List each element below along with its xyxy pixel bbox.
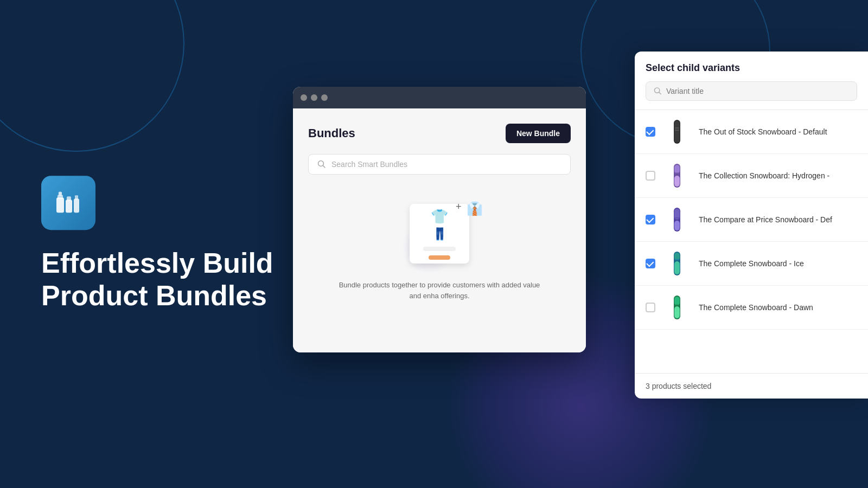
svg-rect-14 [675,127,679,129]
browser-titlebar [293,87,586,108]
variant-checkbox-1[interactable] [646,127,655,137]
variant-checkbox-4[interactable] [646,259,655,268]
svg-rect-17 [674,165,680,174]
bundles-page-title: Bundles [308,126,355,140]
variant-image-1 [663,118,691,146]
bg-decoration-circle-1 [0,0,184,152]
left-content-area: Effortlessly Build Product Bundles [41,176,312,312]
svg-rect-5 [74,198,79,213]
svg-rect-27 [675,259,679,260]
ill-plus-icon: + [456,201,462,213]
ill-shirt-icon: 👕 [431,208,448,225]
variant-item: The Collection Snowboard: Hydrogen - [635,154,868,198]
variant-checkbox-3[interactable] [646,215,655,224]
variants-panel-title: Select child variants [646,62,857,74]
svg-rect-6 [75,195,78,200]
svg-rect-15 [675,130,679,131]
ill-blue-shirt-icon: 👔 [467,201,483,216]
variant-checkbox-5[interactable] [646,303,655,312]
svg-rect-23 [675,217,679,219]
snowboard-image-3 [663,206,691,234]
variants-list: The Out of Stock Snowboard - Default The… [635,110,868,373]
ill-bar-1 [423,247,456,251]
svg-rect-29 [674,297,680,305]
svg-rect-31 [675,304,679,305]
svg-point-7 [59,191,62,195]
variants-search-bar[interactable] [646,81,857,101]
bundles-search-placeholder: Search Smart Bundles [331,160,407,169]
browser-window: Bundles New Bundle Search Smart Bundles … [293,87,586,352]
snowboard-image-5 [663,293,691,322]
variant-name-3: The Compare at Price Snowboard - Def [699,215,832,224]
variant-name-1: The Out of Stock Snowboard - Default [699,127,827,136]
variant-item: The Complete Snowboard - Dawn [635,286,868,330]
variant-name-5: The Complete Snowboard - Dawn [699,303,813,312]
svg-rect-13 [674,121,680,143]
variant-image-3 [663,206,691,234]
variant-name-2: The Collection Snowboard: Hydrogen - [699,171,829,180]
variants-footer: 3 products selected [635,373,868,399]
svg-rect-19 [675,172,679,174]
selected-count: 3 products selected [646,382,711,390]
variant-checkbox-2[interactable] [646,171,655,181]
svg-rect-22 [674,221,680,230]
variant-item: The Compare at Price Snowboard - Def [635,198,868,242]
browser-dot-yellow [311,94,317,101]
snowboard-image-2 [663,162,691,190]
new-bundle-button[interactable]: New Bundle [506,124,571,143]
svg-line-11 [659,92,661,94]
variants-search-icon [654,87,662,95]
variant-name-4: The Complete Snowboard - Ice [699,259,804,268]
svg-rect-26 [674,261,680,274]
svg-rect-4 [67,196,71,201]
snowboard-image-1 [663,118,691,146]
variants-panel-header: Select child variants [635,52,868,110]
ill-product-card: 👕 👖 [410,204,469,264]
variant-image-5 [663,293,691,322]
variant-image-4 [663,249,691,278]
svg-rect-18 [674,176,680,187]
empty-state-description: Bundle products together to provide cust… [336,280,542,301]
bundle-illustration: 👕 👖 + 👔 [396,198,483,269]
app-icon [41,176,95,230]
browser-content: Bundles New Bundle Search Smart Bundles … [293,108,586,352]
browser-dot-red [301,94,307,101]
bundles-header: Bundles New Bundle [308,124,571,143]
svg-rect-3 [66,200,72,213]
search-icon [317,160,326,169]
ill-bar-2 [429,255,450,260]
variant-item: The Out of Stock Snowboard - Default [635,110,868,154]
app-icon-svg [52,187,85,219]
variant-item: The Complete Snowboard - Ice [635,242,868,286]
ill-pants-icon: 👖 [432,227,447,241]
bundles-search-bar[interactable]: Search Smart Bundles [308,154,571,175]
svg-rect-0 [56,197,64,213]
snowboard-image-4 [663,249,691,278]
variants-search-input[interactable] [666,87,849,95]
browser-dot-green [321,94,328,101]
svg-rect-30 [674,306,680,318]
variants-panel: Select child variants The Out of Stock S… [635,52,868,399]
svg-rect-25 [674,253,680,260]
empty-state: 👕 👖 + 👔 Bundle products together to prov… [308,188,571,301]
svg-line-9 [323,166,326,168]
variant-image-2 [663,162,691,190]
hero-title: Effortlessly Build Product Bundles [41,247,312,312]
